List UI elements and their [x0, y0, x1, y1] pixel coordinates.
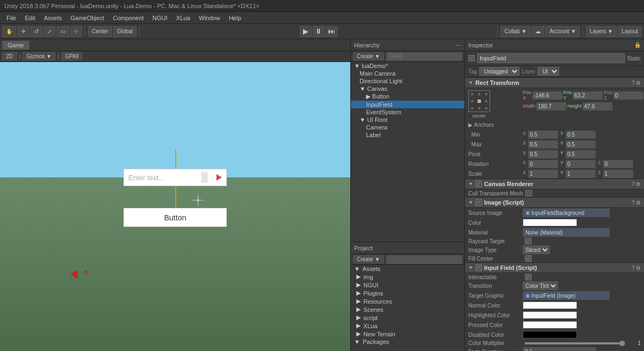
project-item-img[interactable]: ▶ img	[351, 273, 465, 281]
tag-select[interactable]: Untagged	[479, 67, 519, 76]
fade-duration-input[interactable]	[523, 347, 596, 351]
image-type-select[interactable]: Sliced	[523, 245, 550, 254]
menu-file[interactable]: File	[2, 14, 21, 22]
rt-visual[interactable]: center	[468, 89, 490, 119]
project-create-btn[interactable]: Create ▼	[353, 255, 384, 263]
transform-tool-btn[interactable]: ⊹	[70, 26, 82, 37]
cull-transparent-checkbox[interactable]	[525, 190, 532, 196]
project-search-input[interactable]	[386, 255, 462, 264]
pos-z-input[interactable]	[614, 91, 643, 100]
gear-icon[interactable]: ⚙	[636, 80, 641, 86]
hierarchy-item-camera[interactable]: Camera	[351, 124, 465, 131]
transition-select[interactable]: Color Tint	[523, 281, 558, 290]
pos-y-input[interactable]	[573, 91, 603, 100]
project-item-resources[interactable]: ▶ Resources	[351, 297, 465, 305]
rect-transform-header[interactable]: ▼ Rect Transform ? ⚙	[465, 77, 644, 88]
center-btn[interactable]: Center	[88, 26, 112, 37]
collab-btn[interactable]: Collab ▼	[500, 26, 530, 37]
pivot-y[interactable]	[566, 150, 596, 158]
object-name-input[interactable]	[477, 53, 625, 63]
display-btn[interactable]: 2D	[2, 52, 17, 60]
project-item-ngui[interactable]: ▶ NGUI	[351, 281, 465, 289]
inputfield-question-icon[interactable]: ?	[631, 265, 635, 271]
menu-assets[interactable]: Assets	[40, 14, 66, 22]
pivot-x[interactable]	[528, 150, 558, 158]
pos-x-input[interactable]	[532, 91, 562, 100]
project-item-terrain[interactable]: ▶ New Terrain	[351, 330, 465, 338]
rot-z[interactable]	[603, 160, 633, 168]
question-icon[interactable]: ?	[631, 80, 635, 86]
hierarchy-item-eventsystem[interactable]: EventSystem	[351, 108, 465, 116]
project-item-scenes[interactable]: ▶ Scenes	[351, 305, 465, 313]
image-question-icon[interactable]: ?	[631, 200, 635, 206]
interactable-checkbox[interactable]: ✓	[525, 274, 531, 280]
inputfield-checkbox[interactable]: ✓	[475, 264, 482, 271]
anchor-max-y[interactable]	[566, 140, 596, 149]
fill-center-checkbox[interactable]: ✓	[525, 255, 531, 262]
disabled-color-swatch[interactable]	[523, 331, 577, 338]
color-swatch[interactable]	[523, 219, 577, 226]
normal-color-swatch[interactable]	[523, 301, 577, 309]
height-input[interactable]	[583, 102, 612, 110]
color-multiplier-track[interactable]	[525, 342, 622, 344]
anchor-min-y[interactable]	[566, 131, 596, 139]
raycast-target-checkbox[interactable]: ✓	[525, 238, 531, 244]
scale-tool-btn[interactable]: ⤢	[44, 26, 55, 37]
play-btn[interactable]: ▶	[300, 26, 312, 37]
menu-gameobject[interactable]: GameObject	[66, 14, 109, 22]
hierarchy-create-btn[interactable]: Create ▼	[353, 52, 384, 60]
hierarchy-item-dirlight[interactable]: Directional Light	[351, 77, 465, 85]
canvas-renderer-header[interactable]: ▼ ✓ Canvas Renderer ? ⚙	[465, 178, 644, 189]
scale-z[interactable]	[603, 170, 633, 178]
active-checkbox[interactable]: ✓	[468, 55, 475, 61]
image-script-header[interactable]: ▼ ✓ Image (Script) ? ⚙	[465, 197, 644, 208]
rect-tool-btn[interactable]: ▭	[57, 26, 69, 37]
pressed-color-swatch[interactable]	[523, 321, 577, 329]
image-checkbox[interactable]: ✓	[475, 199, 482, 206]
canvas-renderer-checkbox[interactable]: ✓	[475, 181, 482, 187]
color-multiplier-thumb[interactable]	[620, 341, 625, 346]
button-widget[interactable]: Button	[123, 208, 227, 227]
hierarchy-item-button[interactable]: ▶ Button	[351, 93, 465, 101]
layout-btn[interactable]: Layout	[618, 26, 642, 37]
project-item-xlua[interactable]: ▶ XLua	[351, 322, 465, 330]
source-image-ref[interactable]: ▣ InputFieldBackground	[523, 208, 610, 217]
width-input[interactable]	[536, 102, 566, 110]
layers-btn[interactable]: Layers ▼	[586, 26, 617, 37]
tab-game[interactable]: Game	[2, 41, 29, 50]
hierarchy-item-maincamera[interactable]: Main Camera	[351, 70, 465, 77]
hierarchy-item-inputfield[interactable]: InputField	[351, 101, 465, 108]
menu-ngui[interactable]: NGUI	[148, 14, 172, 22]
hierarchy-search-input[interactable]	[386, 52, 462, 61]
rotate-tool-btn[interactable]: ↺	[30, 26, 42, 37]
pause-btn[interactable]: ⏸	[313, 26, 325, 37]
hierarchy-item-label-obj[interactable]: Label	[351, 131, 465, 139]
move-tool-btn[interactable]: ✛	[17, 26, 29, 37]
image-gear-icon[interactable]: ⚙	[636, 200, 641, 206]
inputfield-gear-icon[interactable]: ⚙	[636, 265, 641, 271]
hierarchy-item-uiroot[interactable]: ▼ UI Root	[351, 116, 465, 124]
project-item-assets[interactable]: ▼ Assets	[351, 265, 465, 273]
hierarchy-item-canvas[interactable]: ▼ Canvas	[351, 85, 465, 93]
gizmos-btn[interactable]: Gizmos ▼	[22, 52, 55, 60]
cloud-btn[interactable]: ☁	[531, 26, 544, 37]
project-item-plugins[interactable]: ▶ Plugins	[351, 289, 465, 297]
target-graphic-ref[interactable]: ▣ InputField (Image)	[523, 291, 610, 300]
anchor-min-x[interactable]	[528, 131, 558, 139]
scale-x[interactable]	[528, 170, 558, 178]
project-item-packages[interactable]: ▼ Packages	[351, 338, 465, 346]
scale-y[interactable]	[566, 170, 596, 178]
step-btn[interactable]: ⏭	[326, 26, 338, 37]
project-item-script[interactable]: ▶ script	[351, 313, 465, 322]
hierarchy-item-luademo[interactable]: ▼ luaDemo*	[351, 62, 465, 70]
gpu-btn[interactable]: GPAll	[61, 52, 83, 60]
menu-xlua[interactable]: XLua	[172, 14, 195, 22]
material-ref[interactable]: None (Material)	[523, 228, 610, 237]
menu-help[interactable]: Help	[225, 14, 246, 22]
account-btn[interactable]: Account ▼	[546, 26, 580, 37]
highlighted-color-swatch[interactable]	[523, 311, 577, 319]
anchor-max-x[interactable]	[528, 140, 558, 149]
canvas-gear-icon[interactable]: ⚙	[636, 181, 641, 187]
rot-x[interactable]	[528, 160, 558, 168]
canvas-question-icon[interactable]: ?	[631, 181, 635, 187]
